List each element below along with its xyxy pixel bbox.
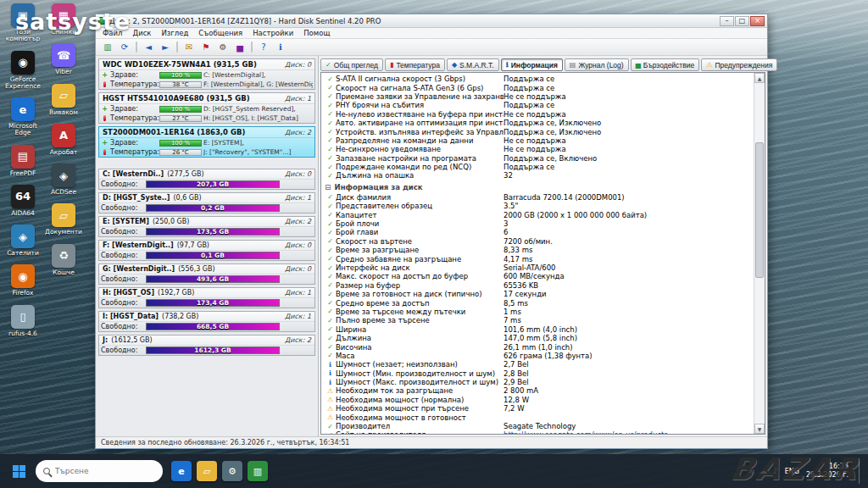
settings-icon[interactable]: ⚙ [214, 40, 231, 54]
partition-name: J: [103, 336, 108, 344]
partition-list-item[interactable]: D: [HGST_Syste..] (0,6 GB) Диск: 1 Свобо… [98, 192, 315, 214]
scrollbar-track[interactable] [754, 83, 765, 424]
titlebar[interactable]: Диск: 2, ST2000DM001-1ER164 [Z4Z11QY8] -… [96, 14, 767, 28]
refresh-icon[interactable]: ⟳ [116, 40, 133, 54]
tab-icon: ⚠ [706, 61, 712, 69]
tab-smart[interactable]: ◆ S.M.A.R.T. [447, 58, 499, 71]
menu-item[interactable]: Диск [127, 29, 156, 37]
row-value: Не се поддържа [504, 110, 752, 119]
tab-alerts[interactable]: ⚠ Предупреждения [701, 58, 777, 71]
desktop-icon[interactable]: ☎ Viber [44, 43, 83, 75]
aida64-icon: 64 [11, 185, 35, 208]
collapse-icon[interactable] [325, 183, 331, 191]
taskbar-search[interactable] [36, 460, 163, 482]
disk-number: Диск: 1 [285, 95, 311, 103]
minimize-button[interactable]: – [720, 16, 734, 26]
menu-item[interactable]: Съобщения [193, 29, 248, 37]
partition-name: F: [WesternDigit..] [103, 241, 174, 249]
row-label: Брой глави [336, 228, 504, 236]
desktop-icon[interactable]: ◉ Firefox [3, 264, 42, 297]
partition-disk-number: Диск: 0 [285, 241, 311, 249]
partition-list-item[interactable]: G: [WesternDigit..] (556,3 GB) Диск: 0 С… [98, 263, 315, 285]
edge-icon[interactable]: e [171, 461, 192, 481]
temperature-icon [101, 149, 108, 155]
row-value[interactable]: http://www.seagate.com/www/en-us/product… [504, 430, 752, 434]
desktop-icon[interactable]: A Акробат [44, 124, 83, 156]
maximize-button[interactable]: □ [735, 16, 749, 26]
row-label: Авто. активиране на оптимизация при инст… [336, 119, 504, 127]
desktop-icon[interactable]: ◉ GeForce Experience [3, 51, 42, 91]
desktop-icon[interactable]: ▤ FreePDF [3, 145, 42, 177]
row-value: 2,7 Bel [504, 360, 752, 369]
row-value: 7,2 W [504, 404, 752, 413]
temperature-drives: F: [WesternDigital], G: [WesternDigital] [203, 80, 313, 88]
row-value: Поддържа се [504, 163, 752, 171]
scroll-up-icon[interactable]: ▲ [754, 73, 765, 83]
row-status-icon [325, 136, 336, 144]
scroll-down-icon[interactable]: ▼ [754, 424, 765, 434]
desktop-icon[interactable]: ◈ ACDSee [44, 164, 83, 196]
alert-icon[interactable]: ⚑ [198, 40, 214, 54]
tab-label: Бързодействие [643, 61, 694, 69]
report-icon[interactable]: ✉ [181, 40, 198, 54]
menu-item[interactable]: Настройки [248, 29, 298, 37]
info-row: Представителен образец 3.5" [325, 202, 752, 210]
desktop-icon[interactable]: ▯ rufus-4.6 [3, 305, 42, 337]
row-label: Подреждане команди по ред (NCQ) [336, 163, 504, 171]
tab-information[interactable]: ℹ Информация [501, 58, 563, 71]
tab-temperature[interactable]: ▮ Температура [385, 58, 445, 71]
desktop-icon[interactable]: 64 AIDA64 [3, 185, 42, 217]
partition-list-item[interactable]: J: (1612,5 GB) Диск: 2 Свободно: 1612,3 … [98, 335, 315, 356]
scrollbar-thumb[interactable] [755, 142, 764, 278]
partition-list-item[interactable]: H: [HGST_OS] (192,7 GB) Диск: 1 Свободно… [98, 287, 315, 308]
search-input[interactable] [55, 467, 140, 475]
disk-list-item[interactable]: ST2000DM001-1ER164 (1863,0 GB) Диск: 2 З… [98, 126, 315, 158]
partition-list-item[interactable]: E: [SYSTEM] (250,0 GB) Диск: 2 Свободно:… [98, 216, 315, 237]
vertical-scrollbar[interactable]: ▲ ▼ [754, 73, 765, 434]
next-disk-icon[interactable]: ► [157, 40, 174, 54]
settings-icon[interactable]: ⚙ [222, 461, 242, 481]
info-row: Брой глави 6 [325, 228, 752, 236]
desktop-icon-label: rufus-4.6 [8, 330, 37, 337]
row-label: Необходим ток за разгръщане [336, 386, 504, 395]
close-button[interactable]: × [750, 16, 765, 26]
file-explorer-icon[interactable]: ▱ [197, 461, 217, 481]
info-icon[interactable]: ℹ [272, 40, 289, 54]
prev-disk-icon[interactable]: ◄ [140, 40, 157, 54]
partition-size: (97,7 GB) [177, 241, 209, 249]
health-icon [101, 71, 108, 79]
overview-icon[interactable]: ▥ [99, 40, 116, 54]
row-label: Време за готовност на диск (типично) [336, 290, 504, 298]
row-value: 7 ms [504, 316, 752, 324]
desktop-icon[interactable]: ▱ Документи [44, 203, 83, 236]
menu-item[interactable]: Изглед [156, 29, 193, 37]
row-status-icon [325, 423, 336, 430]
partition-list-item[interactable]: C: [WesternDi..] (277,5 GB) Диск: 0 Своб… [98, 169, 315, 190]
row-value: Поддържа се [504, 75, 752, 83]
recycle-bin-icon: ♻ [52, 244, 75, 268]
desktop-icon[interactable]: ▱ Виваком [44, 84, 83, 116]
desktop-icon[interactable]: e Microsoft Edge [3, 97, 42, 137]
help-icon[interactable]: ? [255, 40, 272, 54]
row-value: 626 грама (1,38 фунта) [504, 352, 752, 360]
partition-list-item[interactable]: F: [WesternDigit..] (97,7 GB) Диск: 0 Св… [98, 240, 315, 261]
tab-label: Температура [396, 61, 439, 69]
desktop-icon[interactable]: ♻ Кошче [44, 244, 83, 276]
row-label: S-ATA II сигнална скорост (3 Gbps) [336, 75, 504, 83]
disk-list-item[interactable]: HGST HTS541010A9E680 (931,5 GB) Диск: 1 … [98, 92, 315, 124]
tab-log[interactable]: ▤ Журнал (Log) [565, 58, 629, 71]
tab-performance[interactable]: ▅ Бързодействие [631, 58, 700, 71]
disk-number: Диск: 0 [285, 61, 311, 69]
disk-list-item[interactable]: WDC WD10EZEX-75WN4A1 (931,5 GB) Диск: 0 … [98, 58, 315, 90]
disk-list: WDC WD10EZEX-75WN4A1 (931,5 GB) Диск: 0 … [98, 58, 315, 158]
hdsentinel-icon[interactable]: ▥ [248, 461, 268, 481]
free-space-bar: 668,5 GB [146, 323, 280, 330]
start-button[interactable] [7, 459, 31, 483]
disk-info-section-header[interactable]: Информация за диск [325, 181, 752, 193]
performance-icon[interactable]: ▅ [231, 40, 248, 54]
partition-list-item[interactable]: I: [HGST_Data] (738,2 GB) Диск: 1 Свобод… [98, 311, 315, 332]
menu-item[interactable]: Помощ [298, 29, 335, 37]
info-row: Не-синхронно уведомяване Не се поддържа [325, 145, 752, 153]
desktop-icon[interactable]: ◈ Сателити [3, 225, 42, 257]
tab-overview[interactable]: ✓ Общ преглед [320, 58, 383, 71]
